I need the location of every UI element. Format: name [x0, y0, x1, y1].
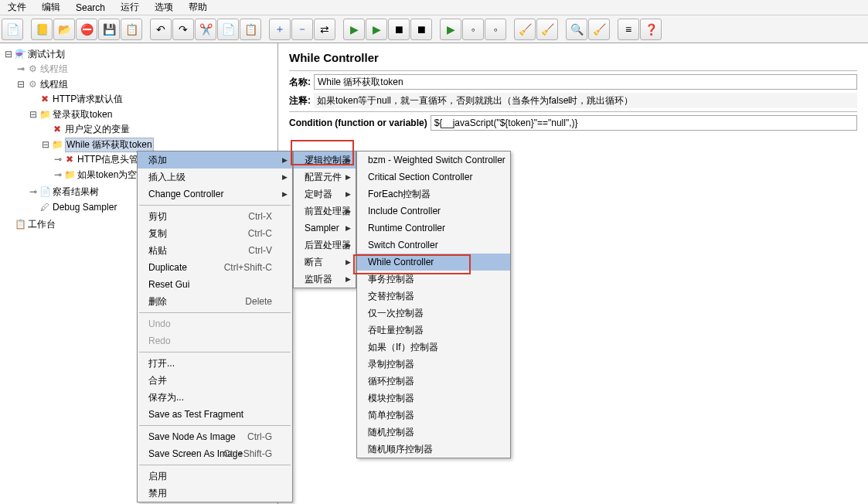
save-icon[interactable]: 💾 [98, 19, 120, 40]
templates-icon[interactable]: 📒 [31, 19, 53, 40]
menu-item[interactable]: 后置处理器▶ [294, 237, 356, 254]
menu-item[interactable]: 断言▶ [294, 254, 356, 271]
menu-bar: 文件 编辑 Search 运行 选项 帮助 [0, 0, 868, 15]
menu-search[interactable]: Search [68, 1, 113, 15]
menu-item[interactable]: While Controller [357, 254, 510, 271]
toolbar: 📄 📒 📂 ⛔ 💾 📋 ↶ ↷ ✂️ 📄 📋 ＋ － ⇄ ▶ ▶ ⏹ ⏹ ▶ ◦… [0, 15, 868, 43]
menu-item[interactable]: 插入上级▶ [138, 169, 292, 186]
remote-shutdown-icon[interactable]: ◦ [485, 19, 506, 40]
function-helper-icon[interactable]: ≡ [618, 19, 639, 40]
start-no-timers-icon[interactable]: ▶ [366, 19, 387, 40]
menu-item[interactable]: 前置处理器▶ [294, 203, 356, 220]
menu-item[interactable]: 合并 [138, 372, 292, 389]
menu-item[interactable]: 启用 [138, 468, 292, 485]
menu-options[interactable]: 选项 [147, 0, 181, 15]
clear-all-icon[interactable]: 🧹 [536, 19, 558, 40]
menu-item[interactable]: DuplicateCtrl+Shift-C [138, 259, 292, 276]
menu-item[interactable]: 删除Delete [138, 293, 292, 310]
menu-item[interactable]: Save Node As ImageCtrl-G [138, 428, 292, 445]
redo-icon[interactable]: ↷ [172, 19, 194, 40]
remote-stop-icon[interactable]: ◦ [462, 19, 484, 40]
condition-input[interactable] [431, 115, 857, 131]
menu-item[interactable]: Change Controller▶ [138, 186, 292, 203]
help-icon[interactable]: ❓ [640, 19, 662, 40]
tree-root[interactable]: ⊟⚗️测试计划 [5, 47, 277, 61]
copy-icon[interactable]: 📄 [217, 19, 239, 40]
menu-item[interactable]: Critical Section Controller [357, 169, 510, 186]
paste-icon[interactable]: 📋 [240, 19, 261, 40]
context-menu[interactable]: 添加▶插入上级▶Change Controller▶剪切Ctrl-X复制Ctrl… [137, 151, 293, 502]
tree-while-controller[interactable]: ⊟📁While 循环获取token [42, 138, 277, 152]
menu-item[interactable]: Save as Test Fragment [138, 406, 292, 423]
save-as-icon[interactable]: 📋 [121, 19, 142, 40]
new-icon[interactable]: 📄 [2, 19, 23, 40]
menu-item[interactable]: 随机顺序控制器 [357, 441, 510, 458]
menu-item[interactable]: 监听器▶ [294, 271, 356, 288]
panel-title: While Controller [289, 51, 857, 64]
tree-login-folder[interactable]: ⊟📁登录获取token [29, 107, 277, 121]
menu-item[interactable]: 配置元件▶ [294, 169, 356, 186]
menu-item[interactable]: Reset Gui [138, 276, 292, 293]
menu-item[interactable]: 仅一次控制器 [357, 305, 510, 322]
menu-item[interactable]: Include Controller [357, 203, 510, 220]
reset-search-icon[interactable]: 🧹 [588, 19, 610, 40]
menu-item[interactable]: 剪切Ctrl-X [138, 208, 292, 225]
tree-user-vars[interactable]: ✖用户定义的变量 [42, 122, 277, 136]
condition-label: Condition (function or variable) [289, 117, 427, 128]
menu-item[interactable]: 交替控制器 [357, 288, 510, 305]
menu-item[interactable]: 添加▶ [138, 152, 292, 169]
menu-item[interactable]: Switch Controller [357, 237, 510, 254]
menu-run[interactable]: 运行 [113, 0, 147, 15]
undo-icon[interactable]: ↶ [150, 19, 172, 40]
menu-item[interactable]: 逻辑控制器▶ [294, 152, 356, 169]
close-icon[interactable]: ⛔ [76, 19, 97, 40]
menu-item[interactable]: 随机控制器 [357, 424, 510, 441]
menu-item[interactable]: Sampler▶ [294, 220, 356, 237]
menu-item[interactable]: 吞吐量控制器 [357, 322, 510, 339]
menu-item[interactable]: bzm - Weighted Switch Controller [357, 152, 510, 169]
submenu-add[interactable]: 逻辑控制器▶配置元件▶定时器▶前置处理器▶Sampler▶后置处理器▶断言▶监听… [293, 151, 356, 288]
toggle-icon[interactable]: ⇄ [314, 19, 335, 40]
tree-http-defaults[interactable]: ✖HTTP请求默认值 [29, 92, 277, 106]
menu-item[interactable]: 录制控制器 [357, 356, 510, 373]
menu-item[interactable]: 保存为... [138, 389, 292, 406]
menu-item[interactable]: 禁用 [138, 485, 292, 502]
stop-icon[interactable]: ⏹ [388, 19, 410, 40]
menu-item[interactable]: 定时器▶ [294, 186, 356, 203]
menu-item[interactable]: Save Screen As ImageCtrl+Shift-G [138, 445, 292, 462]
menu-help[interactable]: 帮助 [181, 0, 215, 15]
menu-item[interactable]: 模块控制器 [357, 390, 510, 407]
menu-item[interactable]: Runtime Controller [357, 220, 510, 237]
name-label: 名称: [289, 76, 311, 89]
comment-value [314, 93, 857, 108]
shutdown-icon[interactable]: ⏹ [410, 19, 432, 40]
expand-icon[interactable]: ＋ [269, 19, 291, 40]
open-icon[interactable]: 📂 [53, 19, 75, 40]
menu-item[interactable]: Undo [138, 315, 292, 332]
menu-item[interactable]: 如果（If）控制器 [357, 339, 510, 356]
tree-thread-group-disabled[interactable]: ⊸⚙线程组 [17, 62, 277, 76]
menu-item[interactable]: 循环控制器 [357, 373, 510, 390]
menu-edit[interactable]: 编辑 [34, 0, 68, 15]
menu-item[interactable]: 复制Ctrl-C [138, 225, 292, 242]
menu-item[interactable]: Redo [138, 332, 292, 349]
cut-icon[interactable]: ✂️ [195, 19, 216, 40]
start-icon[interactable]: ▶ [343, 19, 365, 40]
menu-item[interactable]: 事务控制器 [357, 271, 510, 288]
search-icon[interactable]: 🔍 [566, 19, 587, 40]
clear-icon[interactable]: 🧹 [514, 19, 536, 40]
menu-file[interactable]: 文件 [0, 0, 34, 15]
menu-item[interactable]: 粘贴Ctrl-V [138, 242, 292, 259]
submenu-logic-controller[interactable]: bzm - Weighted Switch ControllerCritical… [356, 151, 511, 458]
menu-item[interactable]: 打开... [138, 355, 292, 372]
collapse-icon[interactable]: － [291, 19, 313, 40]
remote-start-icon[interactable]: ▶ [440, 19, 461, 40]
tree-thread-group[interactable]: ⊟⚙线程组 [17, 77, 277, 91]
comment-label: 注释: [289, 94, 311, 107]
menu-item[interactable]: 简单控制器 [357, 407, 510, 424]
name-input[interactable] [314, 74, 857, 90]
menu-item[interactable]: ForEach控制器 [357, 186, 510, 203]
